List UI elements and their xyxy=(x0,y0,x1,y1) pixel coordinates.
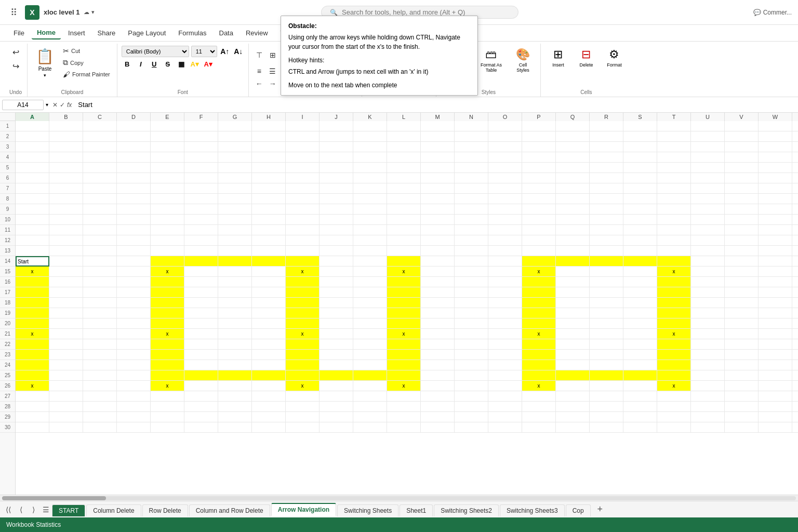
cell-C4[interactable] xyxy=(83,152,117,163)
cell-U11[interactable] xyxy=(691,225,725,235)
cell-B27[interactable] xyxy=(49,391,83,402)
apps-icon[interactable]: ⠿ xyxy=(6,5,21,20)
col-header-V[interactable]: V xyxy=(725,113,759,121)
cell-D10[interactable] xyxy=(117,215,151,225)
cell-T24[interactable] xyxy=(657,360,691,370)
menu-page-layout[interactable]: Page Layout xyxy=(123,27,171,39)
cell-I8[interactable] xyxy=(286,194,320,204)
cell-O1[interactable] xyxy=(488,121,522,131)
cell-J4[interactable] xyxy=(320,152,353,163)
cell-C1[interactable] xyxy=(83,121,117,131)
cell-B6[interactable] xyxy=(49,173,83,183)
row-num-7[interactable]: 7 xyxy=(0,183,15,194)
cell-I14[interactable] xyxy=(286,256,320,267)
cell-A14[interactable]: Start xyxy=(16,256,49,267)
cell-S20[interactable] xyxy=(623,318,657,329)
cell-L7[interactable] xyxy=(387,183,421,194)
menu-file[interactable]: File xyxy=(8,27,30,39)
cell-Q4[interactable] xyxy=(556,152,590,163)
cell-W29[interactable] xyxy=(759,412,792,422)
cell-U21[interactable] xyxy=(691,329,725,339)
cell-F9[interactable] xyxy=(184,204,218,215)
cell-W11[interactable] xyxy=(759,225,792,235)
cell-A23[interactable] xyxy=(16,350,49,360)
row-num-5[interactable]: 5 xyxy=(0,163,15,173)
cell-F19[interactable] xyxy=(184,308,218,318)
copy-button[interactable]: ⧉ Copy xyxy=(60,57,113,68)
cell-B24[interactable] xyxy=(49,360,83,370)
cell-E5[interactable] xyxy=(151,163,184,173)
cell-O16[interactable] xyxy=(488,277,522,287)
align-center-button[interactable]: ☰ xyxy=(267,65,279,77)
cell-D5[interactable] xyxy=(117,163,151,173)
cell-J30[interactable] xyxy=(320,422,353,433)
cell-G22[interactable] xyxy=(218,339,252,350)
cell-U5[interactable] xyxy=(691,163,725,173)
cell-X19[interactable] xyxy=(792,308,798,318)
cell-W7[interactable] xyxy=(759,183,792,194)
cell-X10[interactable] xyxy=(792,215,798,225)
cell-F10[interactable] xyxy=(184,215,218,225)
cell-G20[interactable] xyxy=(218,318,252,329)
cell-I6[interactable] xyxy=(286,173,320,183)
cell-G19[interactable] xyxy=(218,308,252,318)
cell-P26[interactable]: x xyxy=(522,381,556,391)
cell-I27[interactable] xyxy=(286,391,320,402)
strikethrough-button[interactable]: S xyxy=(162,58,174,70)
cell-J18[interactable] xyxy=(320,298,353,308)
cell-E23[interactable] xyxy=(151,350,184,360)
cell-W24[interactable] xyxy=(759,360,792,370)
cell-H4[interactable] xyxy=(252,152,286,163)
cell-H6[interactable] xyxy=(252,173,286,183)
cell-N1[interactable] xyxy=(455,121,488,131)
cell-B11[interactable] xyxy=(49,225,83,235)
cell-B15[interactable] xyxy=(49,267,83,277)
col-header-T[interactable]: T xyxy=(657,113,691,121)
cell-O29[interactable] xyxy=(488,412,522,422)
cell-R16[interactable] xyxy=(590,277,623,287)
cell-G2[interactable] xyxy=(218,131,252,142)
cell-R23[interactable] xyxy=(590,350,623,360)
cell-Q25[interactable] xyxy=(556,370,590,381)
cell-I28[interactable] xyxy=(286,402,320,412)
cell-U4[interactable] xyxy=(691,152,725,163)
sheet-tab-switching-sheets2[interactable]: Switching Sheets2 xyxy=(434,504,499,516)
cell-E10[interactable] xyxy=(151,215,184,225)
cell-E21[interactable]: x xyxy=(151,329,184,339)
cell-K3[interactable] xyxy=(353,142,387,152)
cell-C28[interactable] xyxy=(83,402,117,412)
cell-H14[interactable] xyxy=(252,256,286,267)
cell-O4[interactable] xyxy=(488,152,522,163)
cell-F28[interactable] xyxy=(184,402,218,412)
cell-O18[interactable] xyxy=(488,298,522,308)
col-header-P[interactable]: P xyxy=(522,113,556,121)
cell-V4[interactable] xyxy=(725,152,759,163)
cell-C20[interactable] xyxy=(83,318,117,329)
cell-V18[interactable] xyxy=(725,298,759,308)
format-cells-button[interactable]: ⚙ Format xyxy=(601,46,627,70)
cell-S12[interactable] xyxy=(623,235,657,246)
cell-N14[interactable] xyxy=(455,256,488,267)
cell-W6[interactable] xyxy=(759,173,792,183)
cell-I1[interactable] xyxy=(286,121,320,131)
cell-B16[interactable] xyxy=(49,277,83,287)
col-header-M[interactable]: M xyxy=(421,113,455,121)
cell-T18[interactable] xyxy=(657,298,691,308)
search-input[interactable] xyxy=(342,8,510,16)
cell-W25[interactable] xyxy=(759,370,792,381)
cell-S29[interactable] xyxy=(623,412,657,422)
cell-R15[interactable] xyxy=(590,267,623,277)
redo-button[interactable]: ↪ xyxy=(7,60,24,73)
cell-K23[interactable] xyxy=(353,350,387,360)
increase-font-button[interactable]: A↑ xyxy=(219,46,231,57)
cell-B18[interactable] xyxy=(49,298,83,308)
cell-L6[interactable] xyxy=(387,173,421,183)
cell-B8[interactable] xyxy=(49,194,83,204)
cell-N18[interactable] xyxy=(455,298,488,308)
cell-U1[interactable] xyxy=(691,121,725,131)
cell-G3[interactable] xyxy=(218,142,252,152)
cell-P22[interactable] xyxy=(522,339,556,350)
cell-S30[interactable] xyxy=(623,422,657,433)
cell-K2[interactable] xyxy=(353,131,387,142)
cell-O23[interactable] xyxy=(488,350,522,360)
